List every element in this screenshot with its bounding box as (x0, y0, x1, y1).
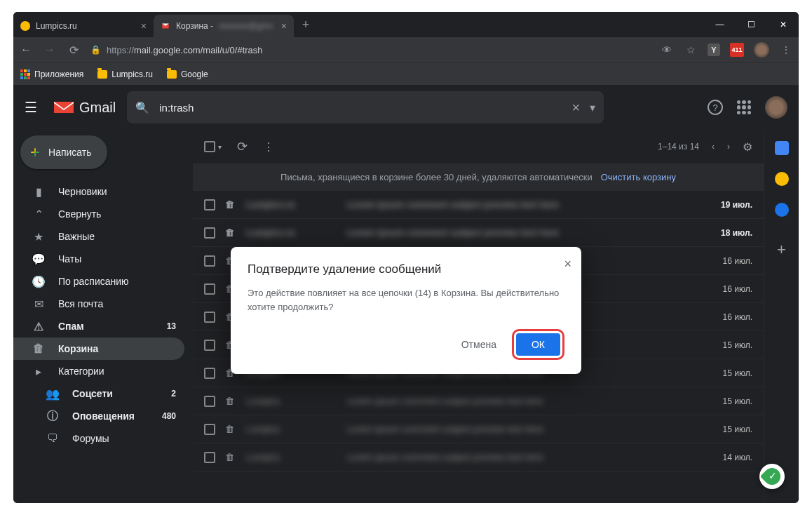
dialog-close-icon[interactable]: × (564, 257, 571, 272)
close-tab-icon[interactable]: × (141, 20, 147, 32)
search-input[interactable] (159, 102, 562, 114)
profile-avatar-icon[interactable] (754, 42, 769, 58)
prev-page-icon[interactable]: ‹ (712, 142, 715, 152)
sender: Lumpics.ru (246, 199, 337, 210)
row-checkbox[interactable] (204, 452, 215, 463)
ok-button-highlight: ОК (512, 329, 564, 360)
cancel-button[interactable]: Отмена (454, 333, 503, 356)
bookmark-item[interactable]: Google (167, 69, 208, 79)
sidebar-label: Важные (58, 231, 95, 242)
row-checkbox[interactable] (204, 340, 215, 351)
bookmark-label: Lumpics.ru (111, 69, 153, 79)
calendar-icon[interactable] (775, 141, 789, 155)
search-box[interactable]: 🔍 × ▾ (127, 91, 604, 123)
tab-title: Корзина - (176, 21, 213, 31)
sidebar-item-Черновики[interactable]: ▮Черновики (13, 180, 184, 203)
window-minimize-icon[interactable]: — (704, 12, 736, 37)
nav-forward-icon[interactable]: → (43, 44, 57, 56)
browser-tab[interactable]: Lumpics.ru × (13, 15, 154, 37)
subject: Lorem ipsum comment subject preview text… (347, 424, 701, 434)
bookmark-label: Google (181, 69, 208, 79)
trash-icon: 🗑 (225, 452, 236, 462)
google-apps-icon[interactable] (737, 100, 751, 114)
sidebar-item-Спам[interactable]: ⚠Спам13 (13, 315, 184, 337)
row-checkbox[interactable] (204, 396, 215, 407)
row-checkbox[interactable] (204, 255, 215, 267)
row-date: 15 июл. (710, 368, 752, 378)
gmail-logo-icon (53, 99, 75, 116)
browser-tab-active[interactable]: Корзина - xxxxxxx@gmx × (154, 15, 294, 37)
window-close-icon[interactable]: ✕ (767, 12, 799, 37)
keep-icon[interactable] (775, 172, 789, 186)
tab-title: Lumpics.ru (36, 21, 77, 31)
extension-eye-icon[interactable]: 👁 (660, 43, 674, 57)
lock-icon: 🔒 (90, 45, 101, 55)
forum-icon: 🗨 (46, 432, 60, 445)
extension-y-icon[interactable]: Y (708, 44, 720, 56)
security-badge-icon[interactable] (759, 464, 785, 489)
row-checkbox[interactable] (204, 227, 215, 239)
search-options-icon[interactable]: ▾ (590, 101, 595, 114)
settings-gear-icon[interactable]: ⚙ (743, 140, 752, 154)
favicon-icon (20, 21, 30, 31)
sidebar-item-Чаты[interactable]: 💬Чаты (13, 248, 184, 270)
window-maximize-icon[interactable]: ☐ (736, 12, 767, 37)
tasks-icon[interactable] (775, 203, 789, 217)
extension-badge-icon[interactable]: 411 (730, 43, 744, 57)
nav-reload-icon[interactable]: ⟳ (67, 44, 81, 57)
select-dropdown-icon[interactable]: ▾ (218, 143, 222, 151)
compose-button[interactable]: + Написать (20, 135, 107, 169)
subject: Lorem ipsum comment subject preview text… (347, 199, 701, 210)
row-checkbox[interactable] (204, 368, 215, 379)
message-row[interactable]: 🗑Lumpics.ruLorem ipsum comment subject p… (193, 191, 764, 219)
sidebar-item-Вся почта[interactable]: ✉Вся почта (13, 293, 184, 315)
sidebar-item-Форумы[interactable]: 🗨Форумы (13, 427, 184, 450)
message-row[interactable]: 🗑LumpicsLorem ipsum comment subject prev… (193, 415, 764, 443)
trash-banner: Письма, хранящиеся в корзине более 30 дн… (193, 163, 764, 191)
sidebar-item-Корзина[interactable]: 🗑Корзина (13, 337, 184, 360)
row-checkbox[interactable] (204, 199, 215, 210)
sidebar-count: 480 (162, 411, 176, 421)
sidebar-item-Важные[interactable]: ★Важные (13, 225, 184, 248)
next-page-icon[interactable]: › (727, 142, 730, 152)
sidebar-count: 13 (167, 321, 176, 331)
sender: Lumpics (246, 396, 337, 406)
row-checkbox[interactable] (204, 283, 215, 295)
help-icon[interactable]: ? (708, 100, 723, 115)
refresh-icon[interactable]: ⟳ (237, 139, 248, 154)
close-tab-icon[interactable]: × (281, 20, 287, 32)
sidebar-item-Свернуть[interactable]: ⌃Свернуть (13, 203, 184, 225)
chat-icon: 💬 (32, 253, 46, 266)
message-row[interactable]: 🗑LumpicsLorem ipsum comment subject prev… (193, 387, 764, 415)
sidebar-item-Соцсети[interactable]: 👥Соцсети2 (13, 382, 184, 405)
info-icon: ⓘ (46, 409, 60, 424)
new-tab-button[interactable]: + (294, 18, 318, 32)
empty-trash-link[interactable]: Очистить корзину (601, 172, 676, 182)
plus-icon: + (30, 142, 40, 162)
browser-menu-icon[interactable]: ⋮ (779, 43, 793, 57)
url-box[interactable]: 🔒 https://mail.google.com/mail/u/0/#tras… (90, 45, 650, 55)
message-row[interactable]: 🗑LumpicsLorem ipsum comment subject prev… (193, 443, 764, 471)
account-avatar-icon[interactable] (765, 96, 787, 119)
nav-back-icon[interactable]: ← (19, 44, 33, 56)
clear-search-icon[interactable]: × (572, 100, 581, 116)
gmail-logo[interactable]: Gmail (53, 99, 116, 116)
message-row[interactable]: 🗑Lumpics.ruLorem ipsum comment subject p… (193, 219, 764, 247)
select-all-checkbox[interactable] (204, 141, 215, 152)
trash-icon: 🗑 (225, 199, 236, 210)
row-checkbox[interactable] (204, 312, 215, 323)
cat-icon: ▸ (32, 365, 46, 378)
more-icon[interactable]: ⋮ (263, 140, 274, 154)
sidebar-item-Оповещения[interactable]: ⓘОповещения480 (13, 405, 184, 427)
sidebar-item-По расписанию[interactable]: 🕓По расписанию (13, 270, 184, 293)
apps-bookmark[interactable]: Приложения (20, 69, 83, 79)
hamburger-menu-icon[interactable]: ☰ (25, 99, 41, 116)
bookmark-item[interactable]: Lumpics.ru (97, 69, 153, 79)
row-date: 16 июл. (710, 312, 752, 322)
bookmark-star-icon[interactable]: ☆ (684, 43, 698, 57)
ok-button[interactable]: ОК (516, 333, 560, 356)
sidebar-item-Категории[interactable]: ▸Категории (13, 360, 184, 382)
row-checkbox[interactable] (204, 424, 215, 435)
add-addon-icon[interactable]: + (777, 241, 786, 259)
gmail-favicon-icon (161, 21, 170, 31)
